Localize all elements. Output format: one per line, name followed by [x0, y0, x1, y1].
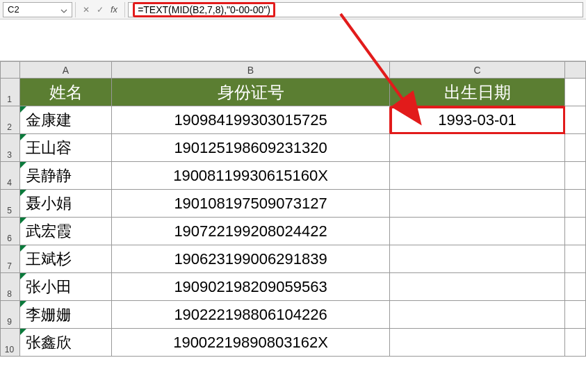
cell-birthdate-active[interactable]: 1993-03-01 [390, 106, 565, 134]
cell[interactable] [565, 190, 586, 218]
cell-birthdate[interactable] [390, 190, 565, 218]
cell-birthdate[interactable] [390, 329, 565, 357]
row-header[interactable]: 8 [1, 273, 20, 301]
row-header[interactable]: 7 [1, 245, 20, 273]
cell[interactable] [565, 162, 586, 190]
formula-bar: C2 ✕ ✓ fx =TEXT(MID(B2,7,8),"0-00-00") [0, 0, 586, 19]
row-header[interactable]: 6 [1, 218, 20, 245]
table-header-name[interactable]: 姓名 [20, 79, 112, 106]
row-header[interactable]: 5 [1, 190, 20, 218]
cell-id[interactable]: 190984199303015725 [112, 106, 390, 134]
col-header-A[interactable]: A [20, 62, 112, 79]
cell[interactable] [565, 329, 586, 357]
cancel-icon[interactable]: ✕ [80, 3, 92, 16]
cell-name[interactable]: 吴静静 [20, 162, 112, 190]
name-box[interactable]: C2 [3, 2, 72, 17]
cell-birthdate[interactable] [390, 245, 565, 273]
row-header[interactable]: 2 [1, 106, 20, 134]
row-header[interactable]: 9 [1, 301, 20, 329]
row-header[interactable]: 10 [1, 329, 20, 357]
cell-id[interactable]: 190222198806104226 [112, 301, 390, 329]
cell-id[interactable]: 190108197509073127 [112, 190, 390, 218]
cell-name[interactable]: 金康建 [20, 106, 112, 134]
cell-name[interactable]: 聂小娟 [20, 190, 112, 218]
cell-id[interactable]: 19008119930615160X [112, 162, 390, 190]
cell[interactable] [565, 245, 586, 273]
cell-name[interactable]: 张小田 [20, 273, 112, 301]
grid-corner[interactable] [1, 62, 20, 79]
formula-text: =TEXT(MID(B2,7,8),"0-00-00") [133, 2, 275, 17]
formula-controls: ✕ ✓ fx [75, 2, 125, 17]
cell-name[interactable]: 张鑫欣 [20, 329, 112, 357]
chevron-down-icon[interactable] [60, 6, 67, 13]
cell-name[interactable]: 武宏霞 [20, 218, 112, 245]
cell-name[interactable]: 王山容 [20, 134, 112, 162]
fx-label[interactable]: fx [108, 4, 120, 15]
row-header[interactable]: 3 [1, 134, 20, 162]
cell-name[interactable]: 王斌杉 [20, 245, 112, 273]
table-header-id[interactable]: 身份证号 [112, 79, 390, 106]
name-box-value: C2 [8, 4, 60, 15]
cell-birthdate[interactable] [390, 273, 565, 301]
cell[interactable] [565, 79, 586, 106]
cell-birthdate[interactable] [390, 134, 565, 162]
formula-input[interactable]: =TEXT(MID(B2,7,8),"0-00-00") [128, 2, 583, 17]
cell-id[interactable]: 190623199006291839 [112, 245, 390, 273]
cell-id[interactable]: 190722199208024422 [112, 218, 390, 245]
col-header-C[interactable]: C [390, 62, 565, 79]
col-header-D[interactable] [565, 62, 586, 79]
col-header-B[interactable]: B [112, 62, 390, 79]
cell-birthdate[interactable] [390, 301, 565, 329]
formula-expand-area [0, 19, 586, 61]
spreadsheet-grid: A B C 1 姓名 身份证号 出生日期 2 金康建 1909841993030… [0, 61, 586, 357]
cell-name[interactable]: 李姗姗 [20, 301, 112, 329]
cell[interactable] [565, 134, 586, 162]
cell-birthdate[interactable] [390, 162, 565, 190]
row-header[interactable]: 1 [1, 79, 20, 106]
cell-id[interactable]: 19002219890803162X [112, 329, 390, 357]
cell-id[interactable]: 190125198609231320 [112, 134, 390, 162]
confirm-icon[interactable]: ✓ [94, 3, 106, 16]
row-header[interactable]: 4 [1, 162, 20, 190]
cell[interactable] [565, 106, 586, 134]
cell-birthdate[interactable] [390, 218, 565, 245]
cell[interactable] [565, 218, 586, 245]
cell[interactable] [565, 301, 586, 329]
cell[interactable] [565, 273, 586, 301]
cell-id[interactable]: 190902198209059563 [112, 273, 390, 301]
table-header-birth[interactable]: 出生日期 [390, 79, 565, 106]
